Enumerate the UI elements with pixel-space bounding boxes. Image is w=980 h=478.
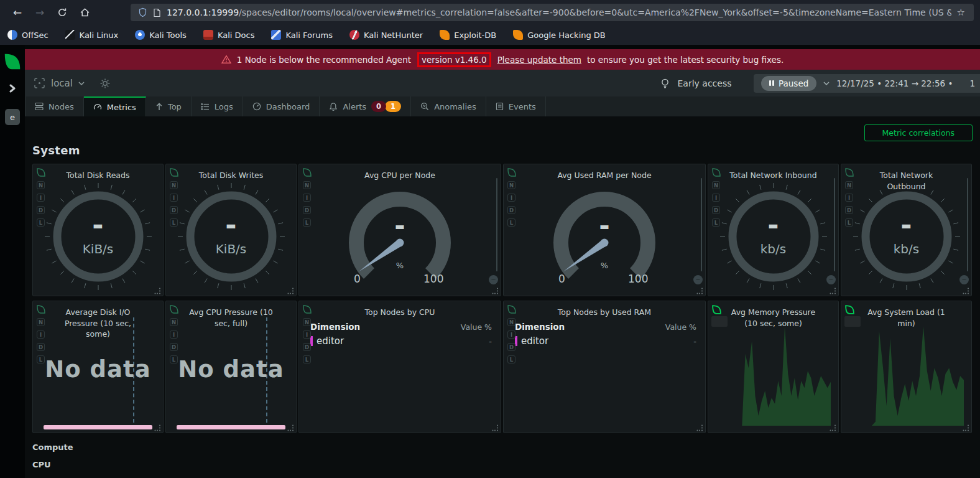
bookmark-kali-forums[interactable]: Kali Forums [271, 30, 333, 40]
node-selector[interactable]: local [34, 77, 85, 89]
resize-handle[interactable] [154, 424, 161, 431]
toolbar-filter-l-icon[interactable]: L [37, 218, 45, 227]
toolbar-filter-i-icon[interactable]: I [303, 330, 311, 339]
toolbar-filter-n-icon[interactable]: N [37, 181, 45, 189]
toolbar-filter-n-icon[interactable]: N [845, 181, 853, 189]
card-total-network-outbound[interactable]: NIDL Total Network Outbound - kb/s [841, 164, 972, 296]
toolbar-filter-i-icon[interactable]: I [37, 330, 45, 339]
resize-handle[interactable] [492, 424, 499, 431]
card-scrollbar[interactable] [496, 178, 497, 271]
table-row[interactable]: editor - [515, 335, 696, 347]
toolbar-filter-n-icon[interactable]: N [303, 181, 311, 189]
table-row[interactable]: editor - [310, 335, 492, 347]
resize-handle[interactable] [696, 424, 703, 431]
bookmark-exploit-db[interactable]: Exploit-DB [440, 30, 496, 40]
pause-button[interactable]: Paused [761, 76, 816, 91]
toolbar-filter-d-icon[interactable]: D [303, 206, 311, 214]
card-top-nodes-by-used-ram[interactable]: NIDL Top Nodes by Used RAM Dimension Val… [503, 301, 706, 433]
chart-toolbar-collapsed[interactable] [844, 316, 861, 327]
reload-icon[interactable] [55, 5, 70, 20]
resize-handle[interactable] [963, 288, 969, 294]
resize-handle[interactable] [492, 288, 499, 294]
resize-handle[interactable] [963, 424, 969, 431]
tab-dashboard[interactable]: Dashboard [243, 96, 320, 116]
bookmark-kali-docs[interactable]: Kali Docs [203, 30, 255, 40]
tab-events[interactable]: Events [486, 96, 546, 116]
toolbar-filter-d-icon[interactable]: D [507, 343, 515, 351]
toolbar-filter-n-icon[interactable]: N [507, 181, 515, 189]
card-scrollbar[interactable] [701, 178, 702, 271]
page-icon[interactable] [153, 8, 161, 17]
tab-nodes[interactable]: Nodes [25, 96, 84, 116]
card-scrollbar[interactable] [967, 178, 968, 271]
tab-logs[interactable]: Logs [192, 96, 243, 116]
toolbar-filter-n-icon[interactable]: N [712, 181, 720, 189]
sidebar-expand-icon[interactable] [8, 84, 17, 93]
card-scrollbar[interactable] [834, 178, 835, 271]
toolbar-filter-d-icon[interactable]: D [845, 206, 853, 214]
home-icon[interactable] [77, 5, 92, 20]
anomaly-rate-icon[interactable] [489, 275, 498, 284]
toolbar-filter-d-icon[interactable]: D [37, 343, 45, 351]
netdata-logo[interactable] [4, 53, 21, 70]
toolbar-filter-i-icon[interactable]: I [712, 194, 720, 202]
toolbar-filter-l-icon[interactable]: L [170, 355, 178, 363]
card-total-disk-reads[interactable]: NIDL Total Disk Reads - KiB/s [32, 164, 164, 296]
card-avg-cpu-pressure[interactable]: NIDL Avg CPU Pressure (10 sec, full) No … [165, 301, 297, 433]
bookmark-offsec[interactable]: OffSec [7, 30, 49, 40]
toolbar-filter-n-icon[interactable]: N [170, 181, 178, 189]
forward-icon[interactable]: → [32, 5, 47, 20]
gear-icon[interactable] [99, 78, 111, 89]
toolbar-filter-l-icon[interactable]: L [303, 218, 311, 227]
toolbar-filter-i-icon[interactable]: I [170, 194, 178, 202]
toolbar-filter-i-icon[interactable]: I [303, 194, 311, 202]
shield-icon[interactable] [138, 7, 147, 17]
toolbar-filter-d-icon[interactable]: D [37, 206, 45, 214]
anomaly-rate-icon[interactable] [826, 275, 836, 284]
early-access-label[interactable]: Early access [678, 78, 732, 88]
date-range[interactable]: 12/17/25 • 22:41 → 22:56 • [836, 78, 953, 88]
bookmark-star-icon[interactable]: ☆ [957, 7, 966, 18]
toolbar-filter-l-icon[interactable]: L [507, 218, 515, 227]
bookmark-google-hacking-db[interactable]: Google Hacking DB [513, 30, 606, 40]
toolbar-filter-i-icon[interactable]: I [37, 194, 45, 202]
card-total-disk-writes[interactable]: NIDL Total Disk Writes - KiB/s [165, 164, 297, 296]
resize-handle[interactable] [830, 424, 836, 431]
space-badge-editor[interactable]: e [5, 109, 20, 125]
toolbar-filter-d-icon[interactable]: D [712, 206, 720, 214]
toolbar-filter-l-icon[interactable]: L [303, 355, 311, 363]
resize-handle[interactable] [830, 288, 836, 294]
resize-handle[interactable] [287, 424, 294, 431]
resize-handle[interactable] [154, 288, 161, 294]
toolbar-filter-n-icon[interactable]: N [170, 318, 178, 326]
card-total-network-inbound[interactable]: NIDL Total Network Inbound - kb/s [708, 164, 839, 296]
anomaly-rate-icon[interactable] [959, 275, 969, 284]
bookmark-kali-nethunter[interactable]: Kali NetHunter [349, 30, 423, 40]
time-chevron-down-icon[interactable] [823, 82, 830, 85]
card-avg-disk-io-pressure[interactable]: NIDL Average Disk I/O Pressure (10 sec, … [32, 301, 164, 433]
card-avg-cpu-per-node[interactable]: NIDL Avg CPU per Node - % 0 100 [298, 164, 501, 296]
tab-top[interactable]: Top [146, 96, 192, 116]
toolbar-filter-l-icon[interactable]: L [845, 218, 853, 227]
card-avg-used-ram-per-node[interactable]: NIDL Avg Used RAM per Node - % 0 100 [503, 164, 706, 296]
back-icon[interactable]: ← [10, 5, 25, 20]
toolbar-filter-n-icon[interactable]: N [507, 318, 515, 326]
metric-correlations-button[interactable]: Metric correlations [864, 124, 973, 141]
bookmark-kali-tools[interactable]: Kali Tools [135, 30, 187, 40]
toolbar-filter-d-icon[interactable]: D [170, 206, 178, 214]
toolbar-filter-d-icon[interactable]: D [170, 343, 178, 351]
area-chart[interactable] [872, 326, 964, 426]
toolbar-filter-i-icon[interactable]: I [170, 330, 178, 339]
resize-handle[interactable] [287, 288, 294, 294]
url-bar[interactable]: 127.0.0.1:19999/spaces/editor/rooms/loca… [131, 4, 974, 21]
toolbar-filter-n-icon[interactable]: N [303, 318, 311, 326]
card-avg-system-load[interactable]: Avg System Load (1 min) [841, 301, 972, 433]
chart-toolbar-collapsed[interactable] [711, 316, 728, 327]
bookmark-kali-linux[interactable]: Kali Linux [65, 30, 119, 40]
toolbar-filter-d-icon[interactable]: D [303, 343, 311, 351]
update-link[interactable]: Please update them [497, 55, 581, 65]
tab-alerts[interactable]: Alerts 0 1 [320, 96, 411, 116]
toolbar-filter-i-icon[interactable]: I [507, 194, 515, 202]
card-top-nodes-by-cpu[interactable]: NIDL Top Nodes by CPU Dimension Value % … [298, 301, 501, 433]
toolbar-filter-l-icon[interactable]: L [712, 218, 720, 227]
